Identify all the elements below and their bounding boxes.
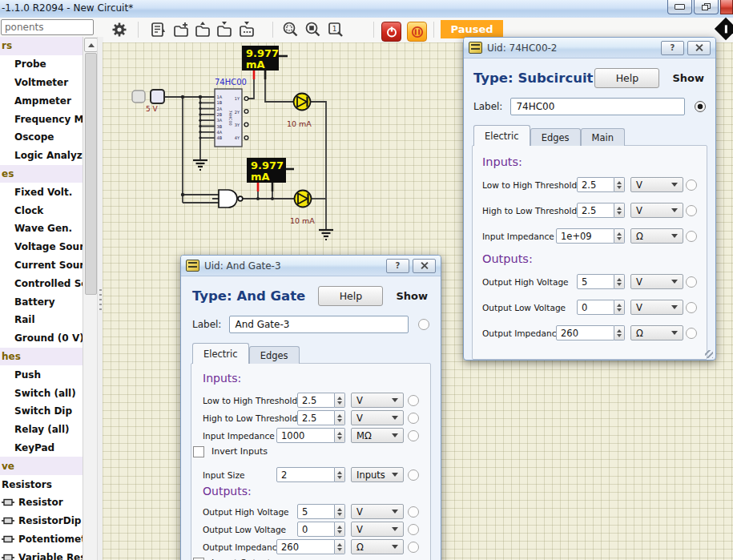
zoom-fit-button[interactable] (281, 20, 300, 39)
tab-edges[interactable]: Edges (530, 128, 581, 146)
param-radio[interactable] (408, 395, 419, 406)
label-input[interactable]: And Gate-3 (229, 316, 409, 333)
param-value[interactable]: 5 (297, 504, 335, 519)
unit-dropdown[interactable]: V (351, 393, 404, 408)
settings-button[interactable] (110, 20, 129, 39)
sidebar-item-oscope[interactable]: Oscope (0, 128, 83, 147)
param-radio[interactable] (408, 469, 419, 481)
param-value[interactable]: 260 (556, 325, 614, 340)
sidebar-item-relay-all[interactable]: Relay (all) (0, 421, 83, 439)
recent-files-button[interactable] (237, 20, 256, 39)
param-value[interactable]: 2.5 (577, 177, 614, 192)
spinner-buttons[interactable] (614, 325, 625, 340)
spinner-buttons[interactable] (614, 300, 625, 315)
param-spinbox[interactable]: 2.5 (297, 410, 345, 425)
param-radio[interactable] (686, 205, 697, 216)
sidebar-item-logic-analyzer[interactable]: Logic Analyzer (0, 147, 83, 165)
param-radio[interactable] (408, 524, 419, 535)
unit-dropdown[interactable]: V (630, 203, 683, 218)
sidebar-item-potentiometer[interactable]: Potentiometer (0, 530, 83, 549)
sidebar-item-resistordip[interactable]: ResistorDip (0, 512, 83, 530)
sidebar-item-clock[interactable]: Clock (0, 201, 83, 220)
sidebar-item-battery[interactable]: Battery (0, 292, 83, 311)
param-spinbox[interactable]: 260 (276, 539, 345, 554)
open-circuit-button[interactable] (193, 20, 212, 39)
param-spinbox[interactable]: 0 (297, 522, 345, 537)
tab-electric[interactable]: Electric (473, 125, 530, 146)
fixed-voltage-source[interactable]: 5 V (132, 90, 164, 113)
spinner-buttons[interactable] (614, 177, 625, 192)
param-value[interactable]: 2.5 (297, 393, 335, 408)
nand-gate[interactable] (219, 190, 243, 207)
param-value[interactable]: 0 (297, 522, 335, 537)
scrollbar-thumb[interactable] (85, 53, 97, 295)
pause-button[interactable] (407, 22, 427, 42)
show-label-radio[interactable] (695, 101, 706, 112)
param-value[interactable]: 0 (577, 300, 614, 315)
param-radio[interactable] (686, 276, 697, 288)
minimize-button[interactable] (667, 0, 692, 14)
dialog-close-button[interactable] (687, 41, 711, 55)
param-spinbox[interactable]: 2.5 (577, 203, 625, 218)
param-radio[interactable] (408, 506, 419, 518)
sidebar-item-rail[interactable]: Rail (0, 311, 83, 329)
sidebar-item-keypad[interactable]: KeyPad (0, 439, 83, 457)
spinner-buttons[interactable] (614, 274, 625, 289)
sidebar-item-switch-all[interactable]: Switch (all) (0, 384, 83, 402)
help-button[interactable]: Help (318, 286, 383, 306)
param-value[interactable]: 1e+09 (556, 228, 614, 244)
unit-dropdown[interactable]: V (630, 300, 683, 315)
sidebar-scrollbar[interactable] (83, 37, 98, 560)
param-spinbox[interactable]: 2.5 (297, 393, 345, 408)
unit-dropdown[interactable]: Ω (630, 228, 683, 244)
spinner-buttons[interactable] (335, 539, 345, 554)
spinner-buttons[interactable] (614, 228, 625, 244)
param-value[interactable]: 2.5 (577, 203, 614, 218)
spinner-buttons[interactable] (335, 522, 345, 537)
sidebar-item-ground-0-v[interactable]: Ground (0 V) (0, 329, 83, 348)
sidebar-item-variable-resis[interactable]: Variable Resis... (0, 548, 83, 560)
help-button[interactable]: Help (594, 68, 659, 88)
sidebar-item-voltage-source[interactable]: Voltage Source (0, 238, 83, 256)
show-label-radio[interactable] (418, 319, 429, 330)
invert-inputs-checkbox[interactable] (193, 446, 204, 457)
sidebar-item-frequency-meter[interactable]: Frequency Meter (0, 110, 83, 128)
current-probe-2[interactable]: 9.977 mA (247, 158, 286, 183)
unit-dropdown[interactable]: Ω (351, 539, 404, 554)
param-spinbox[interactable]: 2.5 (577, 177, 625, 192)
zoom-100-button[interactable]: 1 (326, 20, 345, 39)
param-radio[interactable] (408, 430, 419, 441)
zoom-window-button[interactable] (304, 20, 323, 39)
unit-dropdown[interactable]: MΩ (351, 428, 404, 443)
dialog-close-button[interactable] (413, 259, 436, 273)
param-value[interactable]: 2.5 (297, 410, 335, 425)
param-spinbox[interactable]: 1e+09 (556, 228, 625, 244)
close-button[interactable] (720, 0, 733, 14)
led-2[interactable]: 10 mA (290, 191, 315, 226)
param-value[interactable]: 5 (577, 274, 614, 289)
spinner-buttons[interactable] (335, 504, 345, 519)
paused-status-button[interactable]: Paused (441, 20, 503, 38)
invert-outputs-checkbox[interactable]: ✓ (193, 558, 204, 560)
param-value[interactable]: 2 (276, 467, 335, 482)
label-input[interactable]: 74HC00 (510, 98, 685, 115)
param-radio[interactable] (686, 179, 697, 191)
tab-main[interactable]: Main (581, 128, 625, 146)
restore-button[interactable] (694, 0, 719, 14)
param-radio[interactable] (686, 302, 697, 313)
unit-dropdown[interactable]: Ω (630, 325, 683, 340)
param-radio[interactable] (408, 413, 419, 424)
sidebar-item-fixed-volt[interactable]: Fixed Volt. (0, 183, 83, 201)
param-spinbox[interactable]: 1000 (276, 428, 345, 443)
param-radio[interactable] (686, 231, 697, 242)
param-spinbox[interactable]: 5 (577, 274, 625, 289)
tab-edges[interactable]: Edges (249, 346, 300, 364)
dialog-title-bar[interactable]: Uid: 74HC00-2 ? (464, 38, 715, 58)
sidebar-item-voltmeter[interactable]: Voltmeter (0, 74, 83, 92)
export-netlist-button[interactable] (149, 20, 168, 39)
sidebar-item-push[interactable]: Push (0, 365, 83, 384)
param-spinbox[interactable]: 5 (297, 504, 345, 519)
led-1[interactable]: 10 mA (287, 94, 312, 129)
save-circuit-button[interactable] (215, 20, 234, 39)
ground-symbol[interactable] (193, 160, 207, 170)
